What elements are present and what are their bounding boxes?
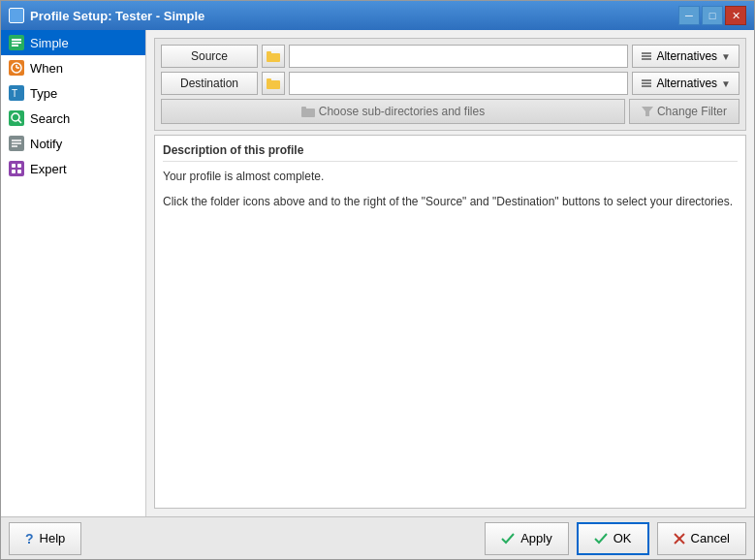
maximize-button[interactable]: □ — [702, 6, 723, 25]
source-alt-icon — [641, 51, 652, 61]
sidebar-label-when: When — [30, 61, 63, 76]
path-group: Source — [154, 38, 746, 131]
destination-row: Destination — [161, 72, 739, 95]
cancel-x-icon — [674, 533, 685, 544]
sidebar-item-when[interactable]: When — [1, 55, 145, 80]
svg-rect-3 — [12, 45, 18, 47]
svg-rect-1 — [12, 39, 21, 41]
svg-rect-19 — [17, 164, 21, 168]
destination-alternatives-button[interactable]: Alternatives ▼ — [632, 72, 739, 95]
apply-checkmark-icon — [501, 533, 515, 544]
svg-rect-17 — [9, 161, 24, 176]
svg-rect-28 — [267, 78, 271, 81]
source-row: Source — [161, 45, 739, 68]
subdir-filter-row: Choose sub-directories and files Change … — [161, 99, 739, 124]
window-icon — [9, 8, 24, 23]
apply-button[interactable]: Apply — [485, 522, 569, 555]
description-line1: Your profile is almost complete. — [163, 168, 738, 185]
sidebar-item-type[interactable]: T Type — [1, 80, 145, 106]
sidebar-label-simple: Simple — [30, 36, 69, 50]
main-panel: Source — [146, 30, 754, 516]
notify-nav-icon — [9, 136, 24, 151]
cancel-button[interactable]: Cancel — [657, 522, 746, 555]
destination-folder-icon — [267, 78, 280, 89]
main-window: Profile Setup: Tester - Simple ─ □ ✕ Sim… — [0, 0, 755, 560]
svg-rect-23 — [267, 51, 271, 54]
description-line2: Click the folder icons above and to the … — [163, 193, 738, 210]
subdir-label: Choose sub-directories and files — [319, 105, 485, 118]
sidebar-item-expert[interactable]: Expert — [1, 156, 145, 181]
svg-rect-2 — [12, 42, 21, 44]
source-button[interactable]: Source — [161, 45, 258, 68]
svg-rect-21 — [17, 170, 21, 173]
sidebar: Simple When T — [1, 30, 146, 516]
destination-input[interactable] — [289, 72, 628, 95]
sidebar-item-simple[interactable]: Simple — [1, 30, 145, 55]
bottom-bar: ? Help Apply OK Cancel — [1, 516, 754, 559]
filter-button[interactable]: Change Filter — [629, 99, 739, 124]
source-folder-icon — [267, 50, 280, 62]
sidebar-item-notify[interactable]: Notify — [1, 131, 145, 156]
source-alt-label: Alternatives — [656, 49, 717, 63]
ok-label: OK — [613, 531, 632, 545]
help-button[interactable]: ? Help — [9, 522, 81, 555]
subdir-folder-icon — [301, 106, 315, 117]
source-alt-arrow: ▼ — [721, 51, 731, 62]
content-area: Simple When T — [1, 30, 754, 516]
svg-marker-34 — [642, 107, 653, 116]
destination-folder-button[interactable] — [262, 72, 285, 95]
svg-rect-32 — [301, 109, 315, 117]
minimize-button[interactable]: ─ — [678, 6, 700, 25]
cancel-label: Cancel — [691, 531, 730, 545]
destination-button[interactable]: Destination — [161, 72, 258, 95]
source-folder-button[interactable] — [262, 45, 285, 68]
window-controls: ─ □ ✕ — [678, 6, 746, 25]
source-input[interactable] — [289, 45, 628, 68]
expert-nav-icon — [9, 161, 24, 176]
search-nav-icon — [9, 110, 24, 126]
sidebar-label-search: Search — [30, 111, 70, 126]
sidebar-item-search[interactable]: Search — [1, 106, 145, 131]
close-button[interactable]: ✕ — [725, 6, 746, 25]
sidebar-label-type: Type — [30, 86, 57, 101]
source-alternatives-button[interactable]: Alternatives ▼ — [632, 45, 739, 68]
svg-rect-22 — [267, 53, 280, 62]
svg-text:T: T — [12, 88, 17, 99]
help-icon: ? — [25, 531, 34, 546]
when-nav-icon — [9, 60, 24, 76]
window-title: Profile Setup: Tester - Simple — [30, 9, 678, 23]
simple-nav-icon — [9, 35, 24, 50]
sidebar-label-notify: Notify — [30, 137, 62, 151]
svg-rect-33 — [301, 107, 306, 109]
destination-alt-icon — [641, 78, 652, 88]
ok-button[interactable]: OK — [577, 522, 649, 555]
help-label: Help — [40, 531, 66, 545]
description-text: Your profile is almost complete. Click t… — [163, 168, 738, 210]
destination-alt-label: Alternatives — [656, 77, 717, 90]
filter-icon — [642, 107, 653, 116]
svg-rect-18 — [12, 164, 16, 168]
description-title: Description of this profile — [163, 143, 738, 162]
title-bar: Profile Setup: Tester - Simple ─ □ ✕ — [1, 1, 754, 30]
subdir-button[interactable]: Choose sub-directories and files — [161, 99, 625, 124]
svg-rect-20 — [12, 170, 16, 173]
destination-alt-arrow: ▼ — [721, 78, 731, 89]
apply-label: Apply — [520, 531, 552, 545]
ok-checkmark-icon — [594, 533, 608, 544]
type-nav-icon: T — [9, 85, 24, 101]
description-area: Description of this profile Your profile… — [154, 135, 746, 509]
filter-label: Change Filter — [657, 105, 727, 118]
sidebar-label-expert: Expert — [30, 162, 67, 176]
svg-rect-27 — [267, 80, 280, 89]
